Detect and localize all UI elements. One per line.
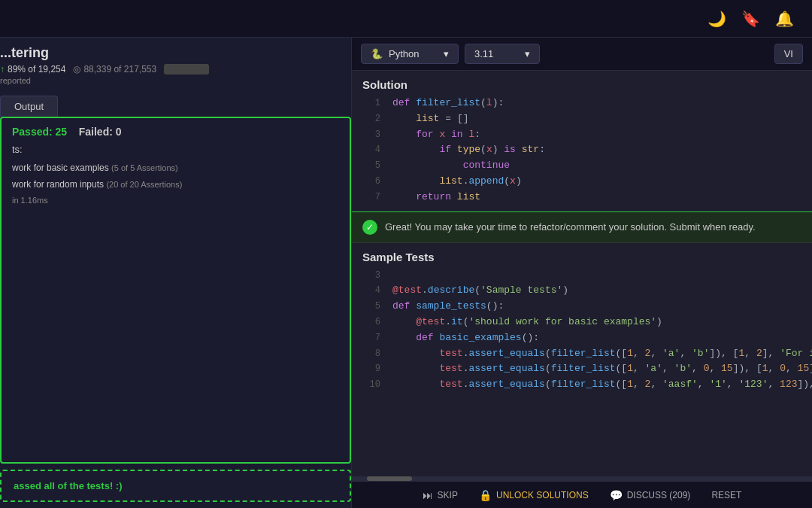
tests-label: ts: xyxy=(12,144,339,155)
reset-action[interactable]: RESET xyxy=(711,490,741,500)
test2-assertions: (20 of 20 Assertions) xyxy=(106,180,182,189)
results-area: Passed: 25 Failed: 0 ts: work for basic … xyxy=(0,117,351,464)
acceptance-meta: ↑ 89% of 19,254 xyxy=(0,64,65,75)
sample-line-4: 4 @test.describe('Sample tests') xyxy=(352,283,812,299)
success-bar: ✓ Great! You may take your time to refac… xyxy=(352,211,812,243)
sample-line-5: 5 def sample_tests(): xyxy=(352,299,812,315)
sample-section: Sample Tests 3 4 @test.describe('Sample … xyxy=(352,243,812,481)
solution-title: Solution xyxy=(352,71,812,96)
acceptance-value: 89% of 19,254 xyxy=(8,64,65,75)
moon-icon[interactable]: 🌙 xyxy=(707,10,726,28)
code-line-1: 1 def filter_list(l): xyxy=(352,96,812,111)
pass-fail-line: Passed: 25 Failed: 0 xyxy=(12,126,339,138)
failed-count: Failed: 0 xyxy=(79,126,122,138)
output-tab-bar: Output xyxy=(0,90,351,117)
solution-section: Solution 1 def filter_list(l): 2 list = … xyxy=(352,71,812,211)
passed-count: Passed: 25 xyxy=(12,126,67,138)
version-chevron-icon: ▾ xyxy=(525,48,530,59)
topbar: 🌙 🔖 🔔 xyxy=(0,0,812,38)
submissions-value: 88,339 of 217,553 xyxy=(83,64,156,75)
submissions-meta: ◎ 88,339 of 217,553 xyxy=(73,64,156,75)
python-emoji: 🐍 xyxy=(371,48,383,59)
timing: in 1.16ms xyxy=(12,196,339,205)
discuss-label: DISCUSS (209) xyxy=(627,490,691,500)
version-label: 3.11 xyxy=(474,48,493,59)
success-message: Great! You may take your time to refacto… xyxy=(385,221,756,233)
reset-label: RESET xyxy=(711,490,741,500)
test-item-1: work for basic examples (5 of 5 Assertio… xyxy=(12,161,339,175)
sample-line-9: 9 test.assert_equals(filter_list([1, 'a'… xyxy=(352,361,812,377)
code-line-7: 7 return list xyxy=(352,190,812,205)
sample-line-8: 8 test.assert_equals(filter_list([1, 2, … xyxy=(352,346,812,362)
skip-label: SKIP xyxy=(438,490,458,500)
reported-tag: reported xyxy=(0,76,341,85)
bell-icon[interactable]: 🔔 xyxy=(775,10,794,28)
sample-line-7: 7 def basic_examples(): xyxy=(352,330,812,346)
main-layout: ...tering ↑ 89% of 19,254 ◎ 88,339 of 21… xyxy=(0,38,812,508)
right-panel: 🐍 Python ▾ 3.11 ▾ VI Solution 1 def filt… xyxy=(352,38,812,508)
user-avatar xyxy=(164,64,209,75)
unlock-solutions-label: UNLOCK SOLUTIONS xyxy=(496,490,589,500)
bottom-bar: ⏭ SKIP 🔒 UNLOCK SOLUTIONS 💬 DISCUSS (209… xyxy=(352,481,812,508)
test2-name: work for random inputs xyxy=(12,179,104,190)
unlock-solutions-action[interactable]: 🔒 UNLOCK SOLUTIONS xyxy=(479,489,589,501)
code-line-6: 6 list.append(x) xyxy=(352,174,812,190)
code-line-5: 5 continue xyxy=(352,158,812,174)
solution-code-editor[interactable]: 1 def filter_list(l): 2 list = [] 3 for … xyxy=(352,96,812,211)
skip-action[interactable]: ⏭ SKIP xyxy=(423,489,458,501)
code-line-2: 2 list = [] xyxy=(352,111,812,127)
sample-line-10: 10 test.assert_equals(filter_list([1, 2,… xyxy=(352,377,812,393)
passed-box-text: assed all of the tests! :) xyxy=(14,480,338,491)
language-label: Python xyxy=(389,48,419,59)
lang-bar: 🐍 Python ▾ 3.11 ▾ VI xyxy=(352,38,812,71)
lang-chevron-icon: ▾ xyxy=(444,48,449,59)
left-panel: ...tering ↑ 89% of 19,254 ◎ 88,339 of 21… xyxy=(0,38,352,508)
output-tab[interactable]: Output xyxy=(0,96,58,117)
passed-box: assed all of the tests! :) xyxy=(0,470,351,502)
sample-line-3: 3 xyxy=(352,268,812,284)
code-line-4: 4 if type(x) is str: xyxy=(352,142,812,158)
version-select[interactable]: 3.11 ▾ xyxy=(465,44,540,64)
left-header: ...tering ↑ 89% of 19,254 ◎ 88,339 of 21… xyxy=(0,38,351,90)
vi-button[interactable]: VI xyxy=(774,44,803,64)
bookmark-icon[interactable]: 🔖 xyxy=(741,10,760,28)
problem-title: ...tering xyxy=(0,45,341,61)
test-item-2: work for random inputs (20 of 20 Asserti… xyxy=(12,178,339,191)
skip-icon: ⏭ xyxy=(423,489,433,501)
sample-tests-editor[interactable]: 3 4 @test.describe('Sample tests') 5 def… xyxy=(352,268,812,476)
acceptance-icon: ↑ xyxy=(0,64,5,75)
test1-name: work for basic examples xyxy=(12,163,109,173)
test1-assertions: (5 of 5 Assertions) xyxy=(111,163,178,172)
problem-meta: ↑ 89% of 19,254 ◎ 88,339 of 217,553 xyxy=(0,64,341,75)
sample-tests-title: Sample Tests xyxy=(352,243,812,268)
submissions-icon: ◎ xyxy=(73,64,80,75)
code-line-3: 3 for x in l: xyxy=(352,127,812,143)
success-icon: ✓ xyxy=(362,220,377,235)
sample-line-6: 6 @test.it('should work for basic exampl… xyxy=(352,315,812,330)
discuss-action[interactable]: 💬 DISCUSS (209) xyxy=(610,489,691,501)
lock-icon: 🔒 xyxy=(479,489,492,501)
language-select[interactable]: 🐍 Python ▾ xyxy=(361,44,459,64)
discuss-icon: 💬 xyxy=(610,489,623,501)
